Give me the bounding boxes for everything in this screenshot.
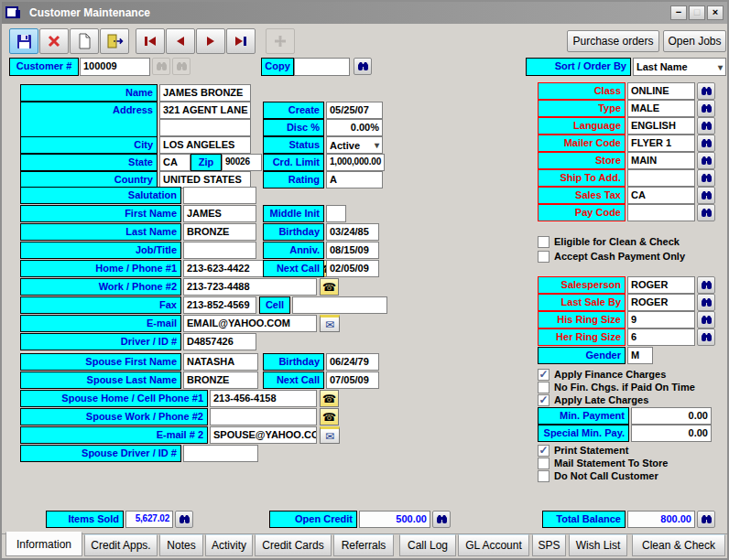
- sort-order-dropdown[interactable]: Last Name ▾: [633, 58, 726, 76]
- rating-input[interactable]: A: [326, 171, 383, 188]
- name-input[interactable]: JAMES BRONZE: [159, 84, 251, 102]
- spouse-last-name-input[interactable]: BRONZE: [183, 372, 258, 389]
- tab-notes[interactable]: Notes: [159, 534, 203, 556]
- spouse-work-phone-input[interactable]: [210, 408, 317, 425]
- eligible-clean-check-checkbox[interactable]: ✓ Eligible for Clean & Check: [538, 235, 680, 248]
- accept-cash-only-checkbox[interactable]: ✓ Accept Cash Payment Only: [538, 250, 685, 263]
- apply-finance-charges-checkbox[interactable]: ✓ Apply Finance Charges: [538, 368, 666, 381]
- last-record-button[interactable]: [226, 28, 256, 54]
- sales-tax-search-button[interactable]: [697, 187, 715, 204]
- job-title-input[interactable]: [183, 242, 256, 259]
- tab-sps[interactable]: SPS: [532, 534, 566, 556]
- pay-code-input[interactable]: [627, 204, 695, 221]
- send-email2-button[interactable]: ✉: [320, 426, 340, 444]
- last-sale-by-search-button[interactable]: [697, 294, 715, 311]
- city-input[interactable]: LOS ANGELES: [159, 136, 251, 154]
- type-input[interactable]: MALE: [627, 100, 695, 117]
- pay-code-search-button[interactable]: [697, 204, 715, 221]
- open-credit-search-button[interactable]: [432, 511, 451, 528]
- work-phone-dial-button[interactable]: ☎: [320, 278, 339, 296]
- salutation-input[interactable]: [183, 187, 256, 204]
- sales-tax-input[interactable]: CA: [627, 187, 695, 204]
- tab-gl-account[interactable]: GL Account: [458, 534, 529, 556]
- customer-number-input[interactable]: 100009: [80, 58, 150, 76]
- next-call-input[interactable]: 02/05/09: [326, 260, 379, 277]
- disc-input[interactable]: 0.00%: [326, 119, 383, 136]
- salesperson-search-button[interactable]: [697, 276, 715, 294]
- her-ring-size-input[interactable]: 6: [627, 328, 695, 346]
- tab-credit-cards[interactable]: Credit Cards: [255, 534, 332, 556]
- class-search-button[interactable]: [697, 82, 715, 100]
- work-phone-input[interactable]: 213-723-4488: [183, 278, 317, 296]
- min-payment-input[interactable]: 0.00: [631, 407, 712, 425]
- email2-input[interactable]: SPOUSE@YAHOO.COM: [210, 426, 317, 444]
- fax-input[interactable]: 213-852-4569: [183, 296, 256, 314]
- tab-activity[interactable]: Activity: [205, 534, 253, 556]
- language-search-button[interactable]: [697, 117, 715, 135]
- spouse-first-name-input[interactable]: NATASHA: [183, 353, 258, 371]
- class-input[interactable]: ONLINE: [627, 82, 695, 100]
- gender-input[interactable]: M: [627, 347, 653, 364]
- store-search-button[interactable]: [697, 152, 715, 169]
- driver-id-input[interactable]: D4857426: [183, 333, 256, 350]
- credit-limit-input[interactable]: 1,000,000.00: [326, 154, 385, 171]
- close-button[interactable]: ×: [707, 5, 724, 20]
- state-input[interactable]: CA: [159, 154, 190, 171]
- total-balance-search-button[interactable]: [697, 511, 715, 528]
- salesperson-input[interactable]: ROGER: [627, 276, 695, 294]
- purchase-orders-button[interactable]: Purchase orders: [567, 30, 659, 52]
- tab-call-log[interactable]: Call Log: [399, 534, 456, 556]
- tab-clean-check[interactable]: Clean & Check: [632, 534, 725, 556]
- print-statement-checkbox[interactable]: ✓ Print Statement: [538, 444, 628, 457]
- exit-button[interactable]: [100, 28, 129, 54]
- store-input[interactable]: MAIN: [627, 152, 695, 169]
- middle-init-input[interactable]: [326, 205, 346, 222]
- spouse-home-phone-input[interactable]: 213-456-4158: [210, 390, 317, 407]
- birthday-input[interactable]: 03/24/85: [326, 223, 379, 241]
- his-ring-size-input[interactable]: 9: [627, 311, 695, 328]
- her-ring-size-search-button[interactable]: [697, 328, 715, 346]
- save-button[interactable]: [9, 28, 38, 54]
- send-email-button[interactable]: ✉: [320, 315, 340, 332]
- his-ring-size-search-button[interactable]: [697, 311, 715, 328]
- mailer-code-input[interactable]: FLYER 1: [627, 135, 695, 152]
- type-search-button[interactable]: [697, 100, 715, 117]
- copy-search-button[interactable]: [354, 58, 372, 75]
- tab-credit-apps[interactable]: Credit Apps.: [84, 534, 158, 556]
- address-input[interactable]: 321 AGENT LANE: [159, 102, 251, 119]
- mailer-code-search-button[interactable]: [697, 135, 715, 152]
- first-record-button[interactable]: [136, 28, 165, 54]
- tab-information[interactable]: Information: [5, 532, 82, 556]
- next-record-button[interactable]: [196, 28, 225, 54]
- spouse-next-call-input[interactable]: 07/05/09: [326, 372, 379, 389]
- tab-wish-list[interactable]: Wish List: [569, 534, 627, 556]
- cell-input[interactable]: [292, 296, 387, 314]
- tab-referrals[interactable]: Referrals: [333, 534, 394, 556]
- last-name-input[interactable]: BRONZE: [183, 223, 256, 241]
- zip-input[interactable]: 90026: [222, 154, 262, 171]
- items-sold-search-button[interactable]: [175, 511, 193, 528]
- special-min-pay-input[interactable]: 0.00: [631, 425, 712, 442]
- previous-record-button[interactable]: [166, 28, 195, 54]
- email-input[interactable]: EMAIL@YAHOO.COM: [183, 315, 317, 332]
- status-dropdown[interactable]: Active ▾: [326, 136, 383, 154]
- copy-input[interactable]: [294, 58, 350, 76]
- no-fin-chgs-checkbox[interactable]: ✓ No Fin. Chgs. if Paid On Time: [538, 381, 695, 393]
- minimize-button[interactable]: −: [670, 5, 687, 20]
- spouse-home-phone-dial-button[interactable]: ☎: [320, 390, 339, 407]
- ship-to-input[interactable]: [627, 169, 695, 187]
- delete-button[interactable]: [39, 28, 69, 54]
- mail-statement-to-store-checkbox[interactable]: ✓ Mail Statement To Store: [538, 457, 668, 469]
- new-record-button[interactable]: [70, 28, 99, 54]
- anniversary-input[interactable]: 08/15/09: [326, 242, 379, 259]
- address2-input[interactable]: [159, 119, 251, 136]
- do-not-call-checkbox[interactable]: ✓ Do Not Call Customer: [538, 469, 658, 482]
- first-name-input[interactable]: JAMES: [183, 205, 256, 222]
- language-input[interactable]: ENGLISH: [627, 117, 695, 135]
- ship-to-search-button[interactable]: [697, 169, 715, 187]
- spouse-birthday-input[interactable]: 06/24/79: [326, 353, 379, 371]
- maximize-button[interactable]: □: [689, 5, 705, 20]
- spouse-work-phone-dial-button[interactable]: ☎: [320, 408, 339, 425]
- apply-late-charges-checkbox[interactable]: ✓ Apply Late Charges: [538, 393, 648, 406]
- spouse-driver-id-input[interactable]: [183, 445, 258, 462]
